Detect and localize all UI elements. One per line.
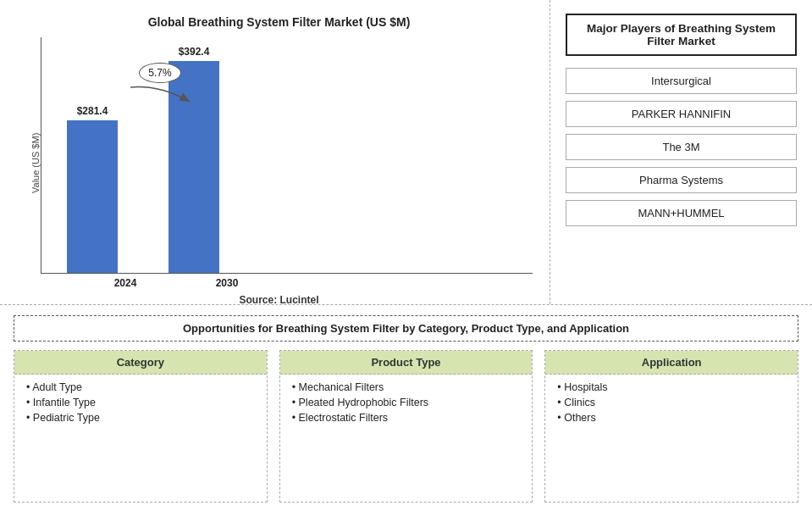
player-pharma: Pharma Systems (566, 167, 797, 193)
chart-body: $281.4 $392.4 5.7% (41, 37, 533, 289)
category-header-product: Product Type (280, 351, 533, 375)
category-item-pleated: • Pleated Hydrophobic Filters (292, 397, 521, 408)
category-item-electrostatic: • Electrostatic Filters (292, 412, 521, 424)
player-mann: MANN+HUMMEL (566, 200, 797, 226)
x-label-2024: 2024 (100, 277, 151, 289)
category-col-product: Product Type • Mechanical Filters • Plea… (279, 350, 533, 503)
bar-value-2024: $281.4 (77, 105, 108, 117)
y-axis-label: Value (US $M) (25, 37, 41, 289)
player-parker: PARKER HANNIFIN (566, 101, 797, 127)
right-panel: Major Players of Breathing System Filter… (550, 0, 812, 304)
category-item-mechanical: • Mechanical Filters (292, 381, 521, 393)
source-text: Source: Lucintel (25, 294, 533, 306)
category-col-category: Category • Adult Type • Infantile Type •… (14, 350, 268, 503)
opportunities-title: Opportunities for Breathing System Filte… (14, 315, 798, 342)
chart-title: Global Breathing System Filter Market (U… (25, 15, 533, 29)
category-items-category: • Adult Type • Infantile Type • Pediatri… (14, 375, 267, 430)
category-item-pediatric: • Pediatric Type (26, 412, 255, 424)
bar-value-2030: $392.4 (179, 46, 210, 58)
main-container: Global Breathing System Filter Market (U… (0, 0, 812, 511)
category-item-infantile: • Infantile Type (26, 397, 255, 408)
cagr-oval: 5.7% (139, 63, 180, 83)
chart-inner: Value (US $M) $281.4 $392.4 (25, 37, 533, 289)
cagr-arrow-svg (126, 83, 194, 108)
category-col-application: Application • Hospitals • Clinics • Othe… (544, 350, 798, 503)
x-axis-labels: 2024 2030 (75, 274, 533, 289)
category-header-category: Category (14, 351, 267, 375)
chart-area: Global Breathing System Filter Market (U… (0, 0, 550, 304)
category-header-application: Application (545, 351, 798, 375)
category-item-others: • Others (557, 412, 786, 424)
cagr-annotation: 5.7% (126, 63, 194, 108)
top-section: Global Breathing System Filter Market (U… (0, 0, 812, 305)
x-label-2030: 2030 (202, 277, 252, 289)
bar-group-2024: $281.4 (67, 105, 118, 273)
major-players-title: Major Players of Breathing System Filter… (566, 14, 797, 56)
category-items-application: • Hospitals • Clinics • Others (545, 375, 798, 430)
category-item-clinics: • Clinics (557, 397, 786, 408)
player-intersurgical: Intersurgical (566, 68, 797, 94)
category-item-adult: • Adult Type (26, 381, 255, 393)
bar-2024 (67, 120, 118, 273)
category-items-product: • Mechanical Filters • Pleated Hydrophob… (280, 375, 533, 430)
player-3m: The 3M (566, 134, 797, 160)
bars-area: $281.4 $392.4 5.7% (41, 37, 533, 274)
bottom-section: Opportunities for Breathing System Filte… (0, 305, 812, 511)
categories-row: Category • Adult Type • Infantile Type •… (14, 350, 798, 503)
category-item-hospitals: • Hospitals (557, 381, 786, 393)
